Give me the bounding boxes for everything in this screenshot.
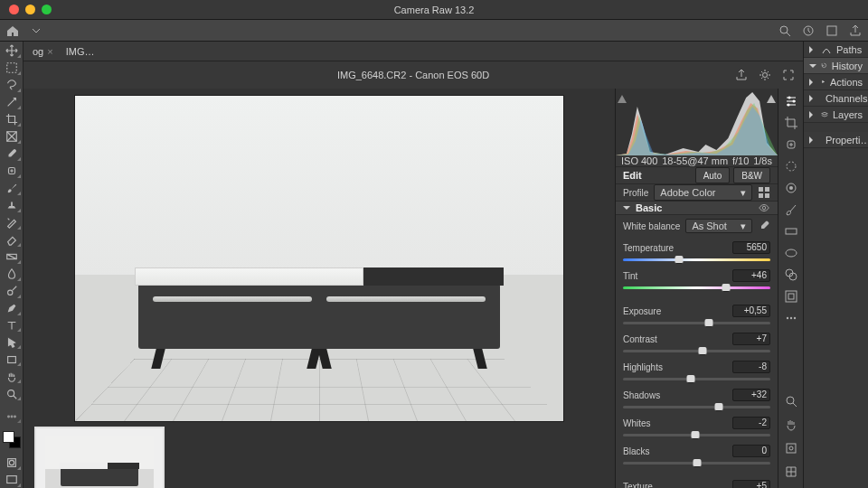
blacks-slider[interactable] [623, 459, 770, 467]
history-brush-tool[interactable] [2, 215, 22, 230]
brush-tool[interactable] [2, 181, 22, 196]
contrast-value[interactable]: +7 [732, 333, 770, 345]
quick-mask-button[interactable] [2, 455, 22, 471]
filmstrip [33, 421, 606, 488]
toggle-sampler-icon[interactable] [784, 441, 798, 455]
gear-icon[interactable] [758, 68, 772, 82]
panel-tab-history[interactable]: History [804, 58, 868, 74]
frame-tool[interactable] [2, 129, 22, 145]
panel-tab-paths[interactable]: Paths [804, 42, 868, 58]
actions-icon [821, 77, 826, 88]
eye-icon[interactable] [758, 202, 770, 214]
healing-icon[interactable] [784, 137, 798, 152]
frame-icon[interactable] [825, 23, 839, 38]
crop-tool[interactable] [2, 112, 22, 127]
svg-point-0 [780, 26, 788, 33]
white-balance-select[interactable]: As Shot▾ [685, 219, 752, 233]
histogram[interactable] [616, 89, 778, 155]
masking-icon[interactable] [784, 159, 798, 174]
chevron-down-icon[interactable] [29, 23, 43, 38]
panel-tab-layers[interactable]: Layers [804, 107, 868, 123]
document-tab[interactable]: og× [33, 46, 53, 57]
eraser-tool[interactable] [2, 232, 22, 248]
marquee-tool[interactable] [2, 61, 22, 76]
host-toolbar [0, 20, 868, 42]
document-tab[interactable]: IMG… [66, 46, 95, 57]
blur-tool[interactable] [2, 267, 22, 282]
exposure-slider[interactable] [623, 319, 770, 327]
crop-icon[interactable] [784, 116, 798, 130]
zoom-tool[interactable] [2, 386, 22, 401]
temperature-value[interactable]: 5650 [732, 241, 770, 254]
clone-stamp-tool[interactable] [2, 198, 22, 213]
tint-slider[interactable] [623, 284, 770, 292]
edit-sliders-icon[interactable] [784, 94, 798, 108]
bw-button[interactable]: B&W [733, 167, 770, 183]
fullscreen-icon[interactable] [781, 68, 796, 82]
texture-value[interactable]: +5 [732, 480, 770, 488]
close-icon[interactable]: × [47, 46, 52, 57]
contrast-slider[interactable] [623, 347, 770, 355]
shadows-value[interactable]: +32 [732, 389, 770, 401]
history-icon[interactable] [801, 23, 816, 38]
panel-tab-channels[interactable]: Channels [804, 90, 868, 107]
whites-value[interactable]: -2 [732, 417, 770, 429]
presets-icon[interactable] [784, 267, 798, 282]
auto-button[interactable]: Auto [695, 167, 731, 183]
hand-icon[interactable] [784, 418, 798, 432]
eyedropper-tool[interactable] [2, 146, 22, 162]
lasso-tool[interactable] [2, 78, 22, 93]
hand-tool[interactable] [2, 369, 22, 384]
edit-toolbar-button[interactable] [2, 408, 22, 424]
more-icon[interactable] [784, 311, 798, 325]
zoom-icon[interactable] [784, 394, 798, 408]
type-tool[interactable] [2, 318, 22, 333]
panel-tab-properties[interactable]: Properti… [804, 132, 868, 148]
gradient-tool[interactable] [2, 249, 22, 265]
redeye-icon[interactable] [784, 181, 798, 195]
screen-mode-button[interactable] [2, 473, 22, 488]
move-tool[interactable] [2, 43, 22, 59]
filmstrip-thumbnail[interactable] [34, 427, 165, 488]
highlight-clip-warning[interactable] [767, 90, 776, 99]
linear-gradient-icon[interactable] [784, 224, 798, 239]
dodge-tool[interactable] [2, 284, 22, 299]
temperature-slider[interactable] [623, 256, 770, 264]
white-balance-eyedropper-icon[interactable] [758, 220, 770, 232]
local-brush-icon[interactable] [784, 202, 798, 217]
color-swatches[interactable] [3, 431, 21, 448]
file-title: IMG_6648.CR2 - Canon EOS 60D [337, 70, 489, 80]
profile-select[interactable]: Adobe Color▾ [654, 184, 752, 201]
svg-point-10 [7, 416, 9, 418]
chevron-down-icon[interactable] [623, 206, 630, 213]
home-icon[interactable] [5, 23, 20, 38]
profile-browser-icon[interactable] [758, 186, 770, 199]
image-canvas[interactable] [33, 96, 606, 421]
svg-rect-38 [788, 294, 794, 299]
search-icon[interactable] [778, 23, 792, 38]
grid-overlay-icon[interactable] [784, 465, 798, 479]
svg-point-26 [788, 97, 790, 99]
tint-value[interactable]: +46 [732, 269, 770, 282]
highlights-value[interactable]: -8 [732, 361, 770, 373]
exposure-value[interactable]: +0,55 [732, 305, 770, 317]
whites-slider[interactable] [623, 431, 770, 439]
shadow-clip-warning[interactable] [618, 90, 627, 99]
radial-gradient-icon[interactable] [784, 246, 798, 260]
svg-rect-8 [7, 356, 15, 362]
app-title: Camera Raw 13.2 [0, 5, 868, 15]
healing-brush-tool[interactable] [2, 164, 22, 179]
share-icon[interactable] [848, 23, 863, 38]
svg-point-32 [789, 186, 793, 190]
rectangle-tool[interactable] [2, 352, 22, 367]
shadows-slider[interactable] [623, 403, 770, 411]
pen-tool[interactable] [2, 301, 22, 316]
path-select-tool[interactable] [2, 334, 22, 350]
magic-wand-tool[interactable] [2, 95, 22, 110]
svg-point-40 [789, 317, 791, 319]
panel-tab-actions[interactable]: Actions [804, 74, 868, 90]
highlights-slider[interactable] [623, 375, 770, 383]
share-icon[interactable] [734, 68, 749, 82]
snapshot-icon[interactable] [784, 289, 798, 304]
blacks-value[interactable]: 0 [732, 445, 770, 457]
